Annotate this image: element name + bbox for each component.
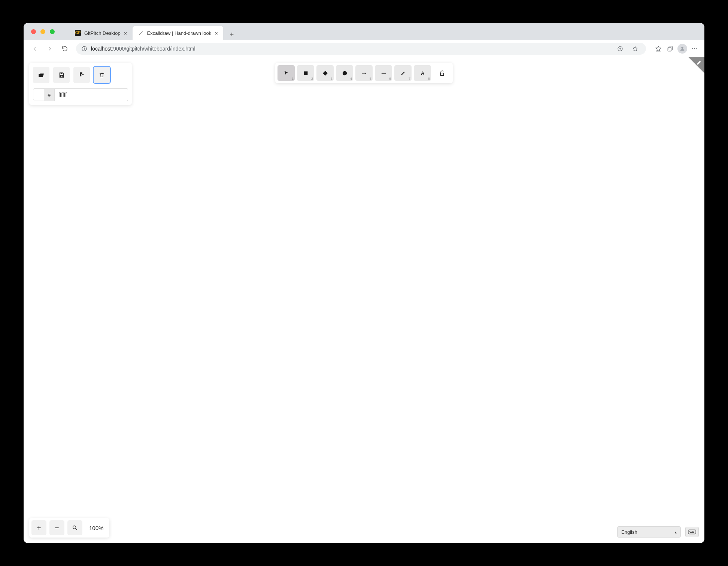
rectangle-tool[interactable]: 2: [297, 65, 314, 81]
svg-rect-29: [694, 531, 694, 532]
tab-strip: GP GitPitch Desktop × Excalidraw | Hand-…: [24, 23, 704, 40]
svg-rect-14: [60, 75, 63, 77]
diamond-tool[interactable]: 3: [316, 65, 334, 81]
shortcut-label: 2: [311, 77, 313, 81]
tab-gitpitch[interactable]: GP GitPitch Desktop ×: [70, 26, 133, 40]
hash-label: #: [44, 88, 55, 101]
zoom-panel: 100%: [29, 518, 109, 538]
site-info-icon[interactable]: [81, 46, 87, 52]
tab-label: GitPitch Desktop: [84, 30, 121, 36]
back-button[interactable]: [28, 42, 42, 55]
shape-toolbar: 1 2 3 4 5 6 7: [275, 63, 453, 83]
svg-point-2: [84, 47, 84, 48]
ellipse-tool[interactable]: 4: [336, 65, 353, 81]
svg-rect-26: [689, 531, 690, 532]
browser-action-icons: [653, 43, 700, 54]
zoom-page-icon[interactable]: [615, 43, 626, 54]
new-tab-button[interactable]: +: [226, 29, 237, 40]
shortcut-label: 7: [409, 77, 410, 81]
forward-button[interactable]: [43, 42, 57, 55]
svg-line-24: [76, 529, 77, 530]
shortcut-label: 1: [292, 77, 294, 81]
close-window-button[interactable]: [31, 29, 36, 34]
svg-point-10: [692, 48, 693, 49]
shortcut-label: 4: [350, 77, 352, 81]
svg-rect-27: [691, 531, 691, 532]
svg-rect-8: [668, 47, 671, 51]
svg-point-12: [696, 48, 697, 49]
svg-point-11: [694, 48, 695, 49]
more-menu-icon[interactable]: [689, 43, 700, 54]
shortcut-label: 6: [389, 77, 391, 81]
window-controls: [24, 29, 62, 34]
bookmark-star-icon[interactable]: [630, 43, 641, 54]
file-panel: #: [29, 63, 132, 105]
browser-window: GP GitPitch Desktop × Excalidraw | Hand-…: [24, 23, 704, 543]
footer-right: English ▴: [617, 526, 699, 538]
zoom-level[interactable]: 100%: [85, 525, 107, 531]
background-color-input[interactable]: [55, 88, 128, 101]
zoom-in-button[interactable]: [31, 520, 46, 535]
language-label: English: [621, 529, 637, 535]
github-corner[interactable]: [682, 57, 704, 80]
profile-avatar[interactable]: [677, 43, 688, 54]
svg-rect-7: [669, 46, 672, 50]
svg-rect-13: [60, 73, 62, 74]
favicon-gitpitch-icon: GP: [75, 30, 81, 36]
zoom-reset-button[interactable]: [67, 520, 82, 535]
arrow-tool[interactable]: 5: [355, 65, 373, 81]
svg-point-23: [73, 526, 76, 529]
svg-rect-28: [692, 531, 693, 532]
svg-rect-30: [690, 532, 694, 533]
close-tab-icon[interactable]: ×: [215, 30, 218, 36]
minimize-window-button[interactable]: [40, 29, 45, 34]
fullscreen-window-button[interactable]: [50, 29, 55, 34]
caret-up-icon: ▴: [675, 530, 677, 534]
shortcut-label: 3: [331, 77, 333, 81]
reload-button[interactable]: [58, 42, 72, 55]
text-tool[interactable]: A 8: [414, 65, 431, 81]
language-select[interactable]: English ▴: [617, 526, 681, 538]
address-bar: localhost:9000/gitpitch/whiteboard/index…: [24, 40, 704, 57]
favicon-excalidraw-icon: [138, 30, 144, 36]
svg-rect-15: [304, 71, 307, 75]
keyboard-shortcuts-button[interactable]: [685, 527, 699, 537]
svg-text:A: A: [421, 70, 424, 76]
canvas[interactable]: # 1 2 3 4 5: [24, 57, 704, 543]
clear-canvas-button[interactable]: [94, 67, 110, 83]
shortcut-label: 5: [370, 77, 371, 81]
line-tool[interactable]: 6: [375, 65, 392, 81]
zoom-out-button[interactable]: [49, 520, 64, 535]
open-button[interactable]: [33, 67, 49, 83]
background-color-swatch[interactable]: [33, 88, 44, 100]
export-button[interactable]: [73, 67, 90, 83]
collections-icon[interactable]: [665, 43, 676, 54]
svg-point-9: [681, 46, 683, 48]
selection-tool[interactable]: 1: [277, 65, 295, 81]
tabs: GP GitPitch Desktop × Excalidraw | Hand-…: [70, 23, 237, 40]
svg-rect-25: [688, 530, 696, 534]
close-tab-icon[interactable]: ×: [124, 30, 127, 36]
draw-tool[interactable]: 7: [394, 65, 412, 81]
tab-label: Excalidraw | Hand-drawn look: [147, 30, 212, 36]
lock-tool[interactable]: [433, 65, 451, 81]
shortcut-label: 8: [428, 77, 430, 81]
svg-point-16: [342, 71, 346, 75]
url-text: localhost:9000/gitpitch/whiteboard/index…: [91, 46, 195, 52]
tab-excalidraw[interactable]: Excalidraw | Hand-drawn look ×: [133, 26, 224, 40]
save-button[interactable]: [53, 67, 70, 83]
favorites-icon[interactable]: [653, 43, 664, 54]
url-bar[interactable]: localhost:9000/gitpitch/whiteboard/index…: [76, 43, 646, 55]
